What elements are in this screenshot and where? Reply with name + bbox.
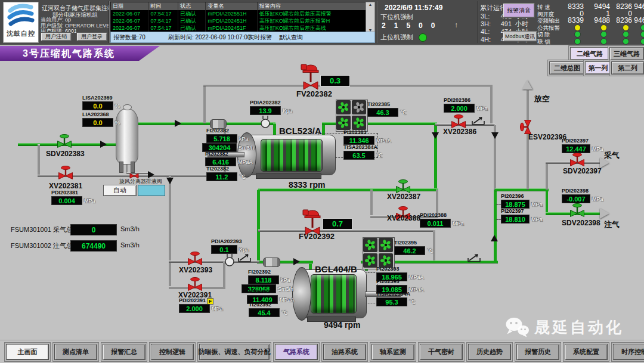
fv202382sp-readout[interactable]: 0.3 <box>320 75 350 86</box>
instrument-value[interactable]: 2.000 <box>444 104 475 113</box>
nav-时序控制[interactable]: 时序控制 <box>613 344 644 360</box>
instrument-tag: TI202395 <box>394 240 433 246</box>
instrument-value[interactable]: 0.0 <box>82 101 113 110</box>
instrument-value[interactable]: 11.2 <box>206 172 237 181</box>
sdv202398-valve-icon[interactable] <box>569 202 585 220</box>
pipe <box>490 84 493 125</box>
view-3d-gas-button[interactable]: 三维气路 <box>609 47 644 60</box>
alarm-cell: 高压缸KO罐芯前后差压报警H <box>258 17 366 24</box>
alarm-statusbar: 报警数量:70 刷新时间: 2022-06-09 10:07:00 实时报警 默… <box>110 32 375 43</box>
instrument-unit: ℃ <box>400 110 406 116</box>
xv202381-valve-icon[interactable] <box>58 165 73 182</box>
instrument-value[interactable]: 0.011 <box>420 219 451 228</box>
sdv202383-valve-icon[interactable] <box>57 133 72 151</box>
flow-arrow-icon <box>491 235 498 241</box>
flow-arrow-icon <box>166 178 174 184</box>
modbus-button[interactable]: Modbus通讯 <box>503 31 537 42</box>
logout-button[interactable]: 用户注销 <box>41 32 72 41</box>
lisa202369-instrument: LISA2023690.0% <box>82 95 120 110</box>
instrument-value[interactable]: 2.000 <box>179 304 210 313</box>
pdi202397-instrument: PDI20239712.447MPa <box>562 138 603 153</box>
instrument-value[interactable]: 46.3 <box>367 108 398 117</box>
alarm-query[interactable]: 默认查询 <box>279 33 303 42</box>
pdt-instrument-icon[interactable] <box>259 115 271 131</box>
xv202387-label: XV202387 <box>387 193 420 201</box>
compressor1-name: BCL523/A <box>279 126 321 136</box>
alarm-row[interactable]: 2022-06-0707:54:17已确认mPDIA202451F高压缸KO罐芯… <box>111 24 366 32</box>
view-2d-overview-button[interactable]: 二维总图 <box>549 61 585 75</box>
nav-防喘振、调速、负荷分配[interactable]: 防喘振、调速、负荷分配 <box>199 344 270 360</box>
nav-控制逻辑[interactable]: 控制逻辑 <box>151 344 194 360</box>
alarm-mute-button[interactable]: 报警消音 <box>503 3 535 18</box>
alarm-row[interactable]: 2022-06-0707:54:17已确认mPDIA202451H高压缸KO罐芯… <box>111 17 366 24</box>
pdt-instrument-icon[interactable] <box>224 253 236 269</box>
instrument-value[interactable]: 18.810 <box>501 215 530 224</box>
instrument-tag: PDI202381 <box>51 190 95 196</box>
pipe <box>126 163 128 173</box>
login-button[interactable]: 用户登录 <box>76 32 107 41</box>
instrument-tag: PI202395 <box>376 279 424 284</box>
nav-油路系统[interactable]: 油路系统 <box>323 344 366 360</box>
instrument-value[interactable]: 0.004 <box>51 196 82 205</box>
instrument-value[interactable]: 95.3 <box>376 297 407 306</box>
matrix-value: 8339 <box>564 16 584 24</box>
nav-历史趋势[interactable]: 历史趋势 <box>468 344 511 360</box>
alarm-scrollbar[interactable]: ▲▼ <box>366 2 375 33</box>
force-up-arrow-icon[interactable]: ↑ <box>454 21 458 29</box>
alarm-table[interactable]: 日期时间状态变量名报警内容2022-06-0707:54:17已确认mPDIA2… <box>110 2 367 33</box>
nav-报警汇总[interactable]: 报警汇总 <box>103 344 145 360</box>
vendor-logo: 沈鼓自控 <box>3 2 39 43</box>
instrument-value[interactable]: 12.447 <box>562 144 590 153</box>
fan-icon <box>363 238 377 252</box>
view-col-2-button[interactable]: 第二列 <box>611 61 644 75</box>
nav-测点清单[interactable]: 测点清单 <box>54 344 97 360</box>
auto-button[interactable]: 自动 <box>103 185 137 196</box>
instrument-value[interactable]: 13.9 <box>250 106 281 115</box>
total-flow-value[interactable]: 0 <box>70 224 117 235</box>
pipe <box>136 122 275 125</box>
fv202392sp-readout[interactable]: 0.7 <box>323 218 352 229</box>
view-2d-gas-button[interactable]: 二维气路 <box>570 47 609 60</box>
pdia202393-instrument: PDIA2023930.1Kpa <box>211 239 249 254</box>
bottom-nav: 主画面测点清单报警汇总控制逻辑防喘振、调速、负荷分配气路系统油路系统轴系监测干气… <box>0 340 644 363</box>
pdi202381-instrument: PDI2023810.004MPa <box>51 190 95 205</box>
drain-state-button[interactable] <box>138 185 165 196</box>
nav-系统配置[interactable]: 系统配置 <box>565 344 608 360</box>
nav-主画面[interactable]: 主画面 <box>6 344 49 360</box>
status-led <box>600 38 607 45</box>
alarm-cell: 已确认 <box>178 10 206 17</box>
alarm-row[interactable]: 2022-06-0707:54:17已确认mPDIA202551H低压缸KO罐芯… <box>111 10 366 17</box>
pi202383-instrument: PI20238311.346MPaA <box>343 130 391 145</box>
instrument-value[interactable]: 8.118 <box>248 275 279 284</box>
fan-icon <box>336 100 351 114</box>
force-value: 0 <box>431 21 435 30</box>
status-led <box>640 24 644 31</box>
compressor1-rpm: 8333 rpm <box>289 180 325 190</box>
pi202397-instrument: PI20239718.810MPa <box>501 209 543 224</box>
total-flow-value[interactable]: 674490 <box>70 240 117 252</box>
alarm-mode[interactable]: 实时报警 <box>248 33 272 42</box>
instrument-value[interactable]: 11.346 <box>343 136 374 145</box>
fv202382-valve-icon[interactable] <box>301 63 321 92</box>
instrument-value[interactable]: 18.875 <box>501 200 530 209</box>
nav-气路系统[interactable]: 气路系统 <box>275 344 318 360</box>
instrument-value[interactable]: 5.718 <box>206 134 237 143</box>
pipe <box>169 176 171 288</box>
nav-轴系监测[interactable]: 轴系监测 <box>371 344 414 360</box>
instrument-value[interactable]: 0.1 <box>211 245 237 254</box>
nav-干气密封[interactable]: 干气密封 <box>420 344 463 360</box>
alarm-cell: 2022-06-07 <box>111 10 148 17</box>
instrument-value[interactable]: 46.2 <box>394 246 425 255</box>
instrument-value[interactable]: 63.5 <box>343 151 374 160</box>
instrument-value[interactable]: 45.4 <box>249 308 280 317</box>
status-led <box>600 24 607 31</box>
instrument-tag: PI202392 <box>247 289 295 294</box>
instrument-value[interactable]: -0.007 <box>562 194 590 203</box>
nav-报警历史[interactable]: 报警历史 <box>516 344 559 360</box>
flow-arrow-icon <box>293 258 300 265</box>
instrument-value[interactable]: 6.416 <box>205 157 236 166</box>
instrument-tag: LISA202369 <box>82 95 120 101</box>
view-col-1-button[interactable]: 第一列 <box>585 61 611 75</box>
matrix-value: 8236 <box>612 16 632 24</box>
instrument-value[interactable]: 0.0 <box>82 118 113 127</box>
